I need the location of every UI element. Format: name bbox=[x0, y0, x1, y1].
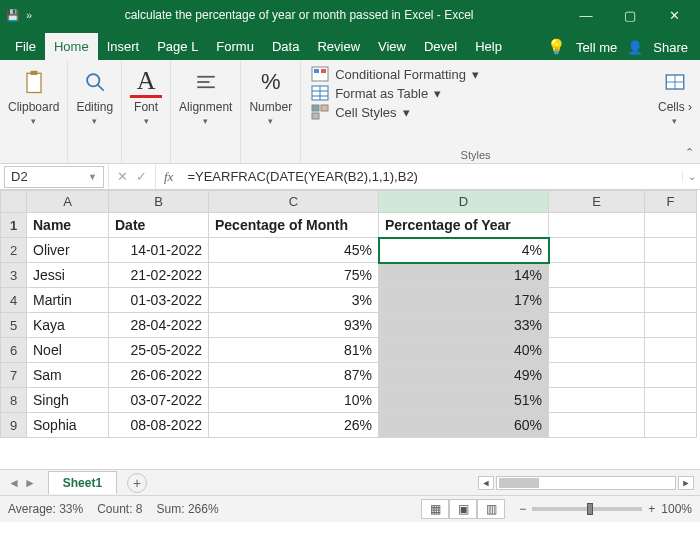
col-header-D[interactable]: D bbox=[379, 191, 549, 213]
cell[interactable]: 87% bbox=[209, 363, 379, 388]
cell[interactable] bbox=[549, 263, 645, 288]
cell[interactable]: Sam bbox=[27, 363, 109, 388]
cell[interactable] bbox=[645, 388, 697, 413]
row-header[interactable]: 6 bbox=[1, 338, 27, 363]
row-header[interactable]: 9 bbox=[1, 413, 27, 438]
cell[interactable] bbox=[549, 238, 645, 263]
cell[interactable]: Singh bbox=[27, 388, 109, 413]
cell[interactable] bbox=[645, 338, 697, 363]
maximize-button[interactable]: ▢ bbox=[610, 3, 650, 27]
cell[interactable]: 26-06-2022 bbox=[109, 363, 209, 388]
cell[interactable]: 25-05-2022 bbox=[109, 338, 209, 363]
cell[interactable]: Sophia bbox=[27, 413, 109, 438]
tellme-label[interactable]: Tell me bbox=[576, 40, 617, 55]
minimize-button[interactable]: — bbox=[566, 3, 606, 27]
sheet-tab-active[interactable]: Sheet1 bbox=[48, 471, 117, 494]
cell[interactable]: 51% bbox=[379, 388, 549, 413]
cell[interactable] bbox=[549, 313, 645, 338]
cell[interactable]: 28-04-2022 bbox=[109, 313, 209, 338]
cell[interactable]: 10% bbox=[209, 388, 379, 413]
tab-formulas[interactable]: Formu bbox=[207, 33, 263, 60]
cell[interactable] bbox=[645, 263, 697, 288]
tellme-icon[interactable]: 💡 bbox=[547, 38, 566, 56]
select-all-cell[interactable] bbox=[1, 191, 27, 213]
row-header[interactable]: 3 bbox=[1, 263, 27, 288]
tab-file[interactable]: File bbox=[6, 33, 45, 60]
fx-label[interactable]: fx bbox=[156, 169, 181, 185]
cell[interactable]: 60% bbox=[379, 413, 549, 438]
view-pagelayout-button[interactable]: ▣ bbox=[449, 499, 477, 519]
view-normal-button[interactable]: ▦ bbox=[421, 499, 449, 519]
cell[interactable]: 49% bbox=[379, 363, 549, 388]
zoom-in-button[interactable]: + bbox=[648, 502, 655, 516]
row-header[interactable]: 7 bbox=[1, 363, 27, 388]
cell[interactable]: 93% bbox=[209, 313, 379, 338]
cell[interactable]: Oliver bbox=[27, 238, 109, 263]
conditional-formatting-button[interactable]: Conditional Formatting ▾ bbox=[311, 66, 640, 82]
tab-pagelayout[interactable]: Page L bbox=[148, 33, 207, 60]
cell[interactable]: 75% bbox=[209, 263, 379, 288]
tab-help[interactable]: Help bbox=[466, 33, 511, 60]
row-header[interactable]: 1 bbox=[1, 213, 27, 238]
cell[interactable]: 26% bbox=[209, 413, 379, 438]
cell[interactable]: Jessi bbox=[27, 263, 109, 288]
cell[interactable]: 81% bbox=[209, 338, 379, 363]
cell[interactable] bbox=[549, 413, 645, 438]
clipboard-button[interactable]: Clipboard ▾ bbox=[8, 66, 59, 138]
col-header-E[interactable]: E bbox=[549, 191, 645, 213]
cell[interactable] bbox=[645, 363, 697, 388]
name-box[interactable]: D2 ▼ bbox=[4, 166, 104, 188]
zoom-knob[interactable] bbox=[587, 503, 593, 515]
active-cell[interactable]: 4% bbox=[379, 238, 549, 263]
share-label[interactable]: Share bbox=[653, 40, 688, 55]
cell[interactable]: 01-03-2022 bbox=[109, 288, 209, 313]
hscroll-thumb[interactable] bbox=[499, 478, 539, 488]
tab-data[interactable]: Data bbox=[263, 33, 308, 60]
tab-review[interactable]: Review bbox=[308, 33, 369, 60]
formula-input[interactable]: =YEARFRAC(DATE(YEAR(B2),1,1),B2) bbox=[181, 169, 682, 184]
cell[interactable] bbox=[645, 238, 697, 263]
hscroll-track[interactable] bbox=[496, 476, 676, 490]
cell[interactable]: Date bbox=[109, 213, 209, 238]
close-button[interactable]: ✕ bbox=[654, 3, 694, 27]
cell[interactable]: 08-08-2022 bbox=[109, 413, 209, 438]
cell[interactable] bbox=[645, 413, 697, 438]
spreadsheet-grid[interactable]: A B C D E F 1 Name Date Pecentage of Mon… bbox=[0, 190, 700, 470]
zoom-value[interactable]: 100% bbox=[661, 502, 692, 516]
cell[interactable] bbox=[645, 313, 697, 338]
cell[interactable] bbox=[549, 338, 645, 363]
cell[interactable]: Percentage of Year bbox=[379, 213, 549, 238]
row-header[interactable]: 2 bbox=[1, 238, 27, 263]
cell[interactable]: Name bbox=[27, 213, 109, 238]
zoom-slider[interactable] bbox=[532, 507, 642, 511]
number-button[interactable]: % Number ▾ bbox=[249, 66, 292, 138]
font-button[interactable]: A Font ▾ bbox=[130, 66, 162, 138]
tab-home[interactable]: Home bbox=[45, 33, 98, 60]
cell[interactable] bbox=[549, 288, 645, 313]
cell[interactable]: Noel bbox=[27, 338, 109, 363]
row-header[interactable]: 4 bbox=[1, 288, 27, 313]
cell[interactable]: 14% bbox=[379, 263, 549, 288]
cell[interactable]: 40% bbox=[379, 338, 549, 363]
save-icon[interactable]: 💾 bbox=[6, 9, 20, 22]
col-header-C[interactable]: C bbox=[209, 191, 379, 213]
cells-button[interactable]: Cells › ▾ bbox=[658, 66, 692, 138]
expand-formula-icon[interactable]: ⌄ bbox=[682, 171, 700, 182]
view-pagebreak-button[interactable]: ▥ bbox=[477, 499, 505, 519]
cell[interactable] bbox=[645, 288, 697, 313]
cell[interactable]: 3% bbox=[209, 288, 379, 313]
cell[interactable]: Pecentage of Month bbox=[209, 213, 379, 238]
collapse-ribbon-icon[interactable]: ⌃ bbox=[685, 146, 694, 159]
hscroll-right[interactable]: ► bbox=[678, 476, 694, 490]
hscroll-left[interactable]: ◄ bbox=[478, 476, 494, 490]
sheet-nav[interactable]: ◄► bbox=[0, 476, 44, 490]
cell[interactable]: 21-02-2022 bbox=[109, 263, 209, 288]
share-icon[interactable]: 👤 bbox=[627, 40, 643, 55]
format-as-table-button[interactable]: Format as Table ▾ bbox=[311, 85, 640, 101]
tab-view[interactable]: View bbox=[369, 33, 415, 60]
new-sheet-button[interactable]: + bbox=[127, 473, 147, 493]
cell[interactable]: 33% bbox=[379, 313, 549, 338]
enter-formula-icon[interactable]: ✓ bbox=[136, 169, 147, 184]
col-header-A[interactable]: A bbox=[27, 191, 109, 213]
row-header[interactable]: 5 bbox=[1, 313, 27, 338]
